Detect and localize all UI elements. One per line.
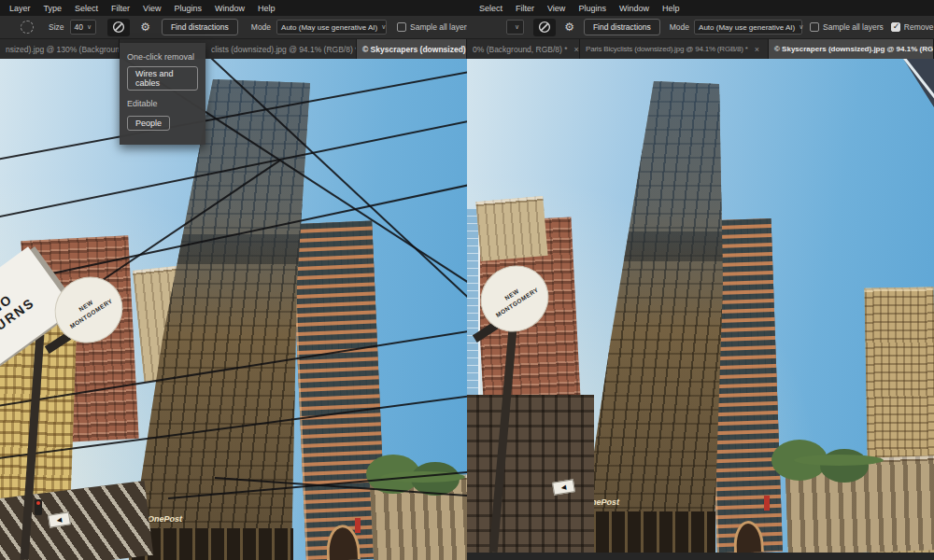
menu-help[interactable]: Help [656,4,686,13]
menu-section-label: One-click removal [127,52,198,62]
brush-size-preview-icon [21,21,34,34]
chevron-down-icon[interactable]: ∨ [87,23,92,31]
menu-bar: Layer Type Select Filter View Plugins Wi… [0,0,467,16]
chevron-down-icon[interactable]: ∨ [381,23,386,31]
traffic-light [35,499,42,515]
menu-type[interactable]: Type [37,4,69,13]
menu-view[interactable]: View [136,4,167,13]
workspace-background [467,553,934,560]
remove-tool-button[interactable] [533,19,556,36]
remove-tool-icon [112,21,125,34]
photo-canvas-before[interactable]: ◄ NO TURNS NEW MONTGOMERY OnePost [0,59,467,560]
menu-window[interactable]: Window [613,4,656,13]
tab-document-active[interactable]: © Skyscrapers (downsized).jp [357,39,467,59]
menu-filter[interactable]: Filter [509,4,541,13]
remove-after-each-stroke-label: Remove after each stroke [904,22,934,32]
tab-document-1[interactable]: 0% (Background, RGB/8) * × [467,39,580,59]
tab-document-1[interactable]: nsized).jpg @ 130% (Background, R [0,39,120,59]
gear-icon[interactable]: ⚙ [564,21,574,34]
sample-all-layers-checkbox[interactable] [810,22,819,32]
size-field[interactable]: 40 ∨ [70,20,97,35]
chevron-down-icon[interactable]: ∨ [799,23,803,31]
gear-icon[interactable]: ⚙ [140,21,150,34]
menu-select[interactable]: Select [68,4,105,13]
menu-help[interactable]: Help [251,4,282,13]
menu-bar: Select Filter View Plugins Window Help [467,0,934,16]
red-banner [355,518,361,533]
tower-arch [733,520,764,553]
options-bar: Size 40 ∨ ⚙ Find distractions Mode Auto … [0,16,467,39]
photo-canvas-after[interactable]: ◄ NEW MONTGOMERY OnePost ⣿⣿ Select subje… [467,59,934,553]
menu-view[interactable]: View [541,4,572,13]
sample-all-layers-label: Sample all layers [823,22,884,32]
sample-all-layers-checkbox[interactable] [397,22,406,32]
onepost-sign: OnePost [148,514,182,524]
classical-building [475,196,547,261]
tab-document-2[interactable]: Paris Bicyclists (downsized).jpg @ 94.1%… [580,39,769,59]
menu-plugins[interactable]: Plugins [572,4,613,13]
red-banner [764,496,770,511]
remove-tool-icon [538,21,551,34]
remove-after-each-stroke-checkbox[interactable] [891,22,900,32]
find-distractions-button[interactable]: Find distractions [162,19,238,35]
arrow-left-icon: ◄ [54,514,64,525]
arrow-left-icon: ◄ [559,482,568,492]
mode-dropdown[interactable]: Auto (May use generative AI) ∨ [276,20,387,35]
shrub-row [381,471,465,483]
tower-ground-floor [129,528,293,560]
mode-dropdown[interactable]: Auto (May use generative AI) ∨ [694,20,802,35]
remove-tool-button[interactable] [107,19,130,36]
close-icon[interactable]: × [574,45,579,54]
mode-label: Mode [251,22,271,32]
menu-plugins[interactable]: Plugins [167,4,208,13]
screenshot-before: Layer Type Select Filter View Plugins Wi… [0,0,467,560]
chevron-down-icon[interactable]: ∨ [515,23,519,31]
wires-and-cables-button[interactable]: Wires and cables [127,66,198,91]
menu-window[interactable]: Window [208,4,251,13]
mode-label: Mode [670,22,689,32]
find-distractions-menu: One-click removal Wires and cables Edita… [120,43,205,145]
menu-layer[interactable]: Layer [3,4,37,13]
menu-filter[interactable]: Filter [105,4,136,13]
comparison-stage: Layer Type Select Filter View Plugins Wi… [0,0,934,560]
menu-section-label: Editable [127,99,198,108]
dark-facade-building [467,395,594,553]
tower-ground-floor [577,511,715,553]
size-label: Size [49,22,64,32]
document-tab-bar: nsized).jpg @ 130% (Background, R clists… [0,39,467,59]
close-icon[interactable]: × [755,45,759,54]
screenshot-after: Select Filter View Plugins Window Help ∨… [467,0,934,560]
shrub-row [794,455,884,466]
sample-all-layers-label: Sample all layers [410,22,467,32]
people-button[interactable]: People [127,116,170,131]
tab-document-active[interactable]: © Skyscrapers (downsized).jpg @ 94.1% (R… [769,39,934,59]
menu-select[interactable]: Select [473,4,509,13]
options-bar: ∨ ⚙ Find distractions Mode Auto (May use… [467,16,934,39]
find-distractions-button[interactable]: Find distractions [584,19,660,35]
document-tab-bar: 0% (Background, RGB/8) * × Paris Bicycli… [467,39,934,59]
size-field-partial[interactable]: ∨ [506,20,524,35]
